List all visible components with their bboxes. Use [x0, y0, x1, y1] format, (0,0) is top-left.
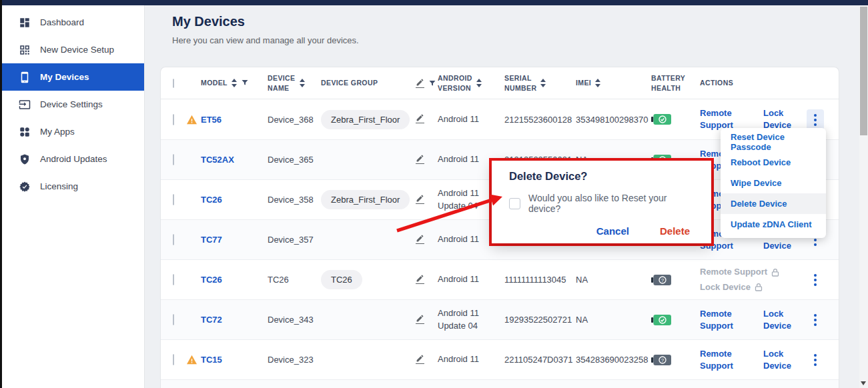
- column-header-device-group[interactable]: DEVICE GROUP: [321, 78, 378, 87]
- svg-text:?: ?: [661, 357, 665, 363]
- sidebar-item-label: New Device Setup: [40, 45, 114, 55]
- menu-item-reboot-device[interactable]: Reboot Device: [721, 152, 826, 173]
- sort-icon[interactable]: [300, 79, 305, 87]
- column-header-battery-health[interactable]: BATTERY HEALTH: [651, 73, 685, 92]
- sort-icon[interactable]: [540, 79, 546, 87]
- filter-icon[interactable]: [241, 79, 249, 87]
- column-header-device-name[interactable]: DEVICE NAME: [268, 73, 296, 92]
- sidebar-nav: DashboardNew Device SetupMy DevicesDevic…: [2, 5, 145, 388]
- actions-cell: Remote SupportLock Device: [700, 348, 807, 371]
- dialog-title: Delete Device?: [509, 170, 694, 183]
- page-subtitle: Here you can view and manage all your de…: [172, 35, 359, 45]
- sidebar-item-new-device-setup[interactable]: New Device Setup: [2, 36, 144, 63]
- device-model-link[interactable]: TC72: [201, 315, 222, 325]
- column-header-model[interactable]: MODEL: [201, 78, 228, 87]
- sidebar-item-licensing[interactable]: Licensing: [2, 173, 144, 200]
- android-version-cell: Android 11: [438, 273, 504, 286]
- sidebar-item-dashboard[interactable]: Dashboard: [2, 9, 144, 36]
- license-badge-icon: [18, 180, 31, 193]
- device-model-link[interactable]: TC26: [201, 195, 222, 205]
- sidebar-item-my-devices[interactable]: My Devices: [2, 63, 144, 91]
- apps-icon: [18, 125, 31, 138]
- row-checkbox[interactable]: [173, 194, 174, 205]
- menu-item-delete-device[interactable]: Delete Device: [721, 193, 826, 214]
- scrollbar-thumb[interactable]: [860, 7, 867, 135]
- edit-icon[interactable]: [416, 154, 424, 164]
- edit-icon[interactable]: [416, 314, 424, 324]
- lock-device-link[interactable]: Lock Device: [763, 348, 807, 371]
- delete-device-dialog: Delete Device? Would you also like to Re…: [492, 161, 711, 243]
- column-header-imei[interactable]: IMEI: [576, 78, 591, 87]
- dashboard-icon: [18, 16, 31, 29]
- scrollbar-track[interactable]: [859, 5, 868, 388]
- row-checkbox[interactable]: [173, 274, 174, 285]
- sort-icon[interactable]: [232, 79, 237, 87]
- sidebar-item-label: Dashboard: [40, 17, 84, 27]
- sort-icon[interactable]: [595, 79, 600, 87]
- edit-icon[interactable]: [416, 78, 424, 88]
- device-name-cell: TC26: [268, 275, 321, 285]
- device-model-link[interactable]: ET56: [201, 115, 222, 125]
- device-name-cell: Device_323: [268, 355, 321, 365]
- reset-device-checkbox-label: Would you also like to Reset your device…: [528, 193, 694, 214]
- row-more-actions-button[interactable]: [807, 309, 824, 331]
- column-header-android-version[interactable]: ANDROID VERSION: [438, 73, 472, 92]
- app-window: DashboardNew Device SetupMy DevicesDevic…: [0, 0, 868, 388]
- imei-cell: NA: [576, 275, 651, 285]
- row-checkbox[interactable]: [173, 354, 174, 365]
- row-more-actions-button[interactable]: [807, 269, 824, 291]
- row-checkbox[interactable]: [173, 114, 174, 125]
- warning-icon: [186, 115, 201, 125]
- device-group-chip: Zebra_First_Floor: [321, 110, 410, 129]
- device-model-link[interactable]: TC77: [201, 235, 222, 245]
- annotation-arrow: [390, 185, 514, 239]
- remote-support-link[interactable]: Remote Support: [700, 348, 763, 371]
- qr-code-icon: [18, 43, 31, 56]
- battery-good-icon: [651, 315, 700, 325]
- row-checkbox[interactable]: [173, 234, 174, 245]
- filter-icon[interactable]: [428, 79, 436, 87]
- lock-device-link[interactable]: Lock Device: [763, 308, 807, 331]
- delete-button[interactable]: Delete: [660, 225, 690, 237]
- device-model-link[interactable]: TC15: [201, 355, 222, 365]
- shield-icon: [18, 153, 31, 165]
- sidebar-item-device-settings[interactable]: Device Settings: [2, 91, 144, 118]
- cancel-button[interactable]: Cancel: [596, 225, 629, 237]
- scrollbar-down-arrow-icon[interactable]: [861, 381, 866, 385]
- page-title: My Devices: [172, 14, 245, 29]
- device-model-link[interactable]: TC52AX: [201, 155, 234, 165]
- device-name-cell: Device_365: [268, 155, 321, 165]
- table-row: [161, 379, 839, 388]
- imei-cell: 353498100298370: [576, 115, 651, 125]
- edit-icon[interactable]: [416, 113, 424, 123]
- device-name-cell: Device_357: [268, 235, 321, 245]
- imei-cell: 354283690023258: [576, 355, 651, 365]
- remote-support-link[interactable]: Remote Support: [700, 308, 763, 331]
- sidebar-item-label: My Devices: [40, 72, 89, 82]
- menu-item-update-zdna-client[interactable]: Update zDNA Client: [721, 214, 826, 235]
- device-group-chip: TC26: [321, 270, 362, 289]
- menu-item-reset-device-passcode[interactable]: Reset Device Passcode: [721, 131, 826, 152]
- svg-text:?: ?: [661, 277, 665, 283]
- window-left-border: [0, 0, 2, 388]
- sidebar-item-android-updates[interactable]: Android Updates: [2, 145, 144, 173]
- row-more-actions-button[interactable]: [807, 109, 824, 131]
- sort-icon[interactable]: [476, 79, 482, 87]
- row-checkbox[interactable]: [173, 154, 174, 165]
- serial-number-cell: 221105247D0371: [504, 355, 576, 365]
- row-checkbox[interactable]: [173, 314, 174, 325]
- row-more-actions-button[interactable]: [807, 349, 824, 371]
- edit-icon[interactable]: [416, 274, 424, 284]
- lock-device-link-disabled: Lock Device: [700, 280, 763, 295]
- column-header-serial-number[interactable]: SERIAL NUMBER: [504, 73, 536, 92]
- sidebar-item-my-apps[interactable]: My Apps: [2, 118, 144, 145]
- table-header-row: MODEL DEVICE NAME DEVICE GROUP ANDROID V…: [161, 67, 839, 99]
- imei-cell: NA: [576, 315, 651, 325]
- menu-item-wipe-device[interactable]: Wipe Device: [721, 173, 826, 193]
- edit-icon[interactable]: [416, 354, 424, 364]
- warning-icon: [186, 355, 201, 365]
- remote-support-link-disabled: Remote Support: [700, 265, 779, 279]
- column-header-actions: ACTIONS: [700, 78, 733, 87]
- select-all-checkbox[interactable]: [173, 79, 174, 88]
- device-model-link[interactable]: TC26: [201, 275, 222, 285]
